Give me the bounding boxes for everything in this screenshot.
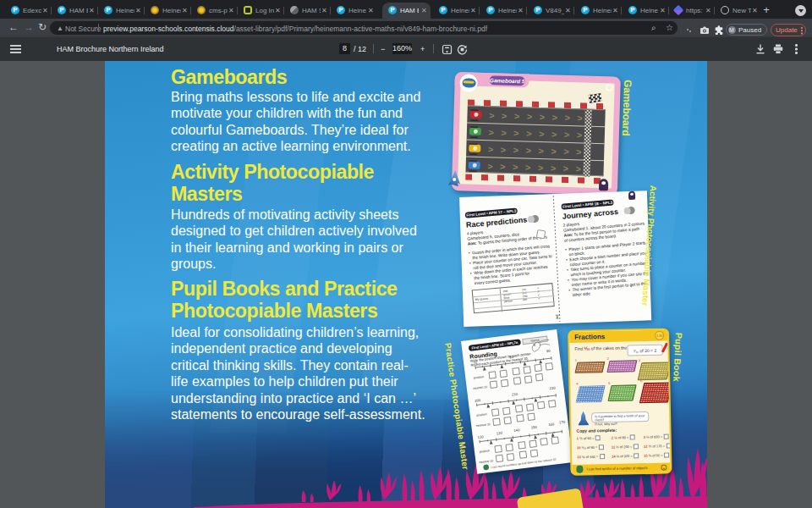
svg-text:150: 150 — [530, 425, 537, 430]
svg-text:70: 70 — [473, 361, 478, 366]
svg-text:80: 80 — [509, 355, 514, 360]
svg-text:220: 220 — [549, 385, 556, 390]
svg-text:position: position — [480, 449, 491, 453]
svg-text:position: position — [474, 375, 485, 379]
svg-text:200: 200 — [475, 398, 481, 403]
svg-text:position: position — [476, 412, 487, 417]
svg-text:nearest 10: nearest 10 — [476, 422, 491, 428]
svg-text:120: 120 — [477, 434, 484, 439]
svg-text:nearest 10: nearest 10 — [479, 459, 493, 464]
svg-text:210: 210 — [512, 392, 518, 397]
svg-text:nearest 10: nearest 10 — [473, 385, 487, 390]
svg-text:90: 90 — [546, 349, 551, 354]
svg-text:130: 130 — [497, 431, 503, 436]
svg-text:140: 140 — [513, 428, 520, 433]
svg-text:170: 170 — [559, 420, 566, 425]
svg-text:160: 160 — [548, 422, 555, 427]
